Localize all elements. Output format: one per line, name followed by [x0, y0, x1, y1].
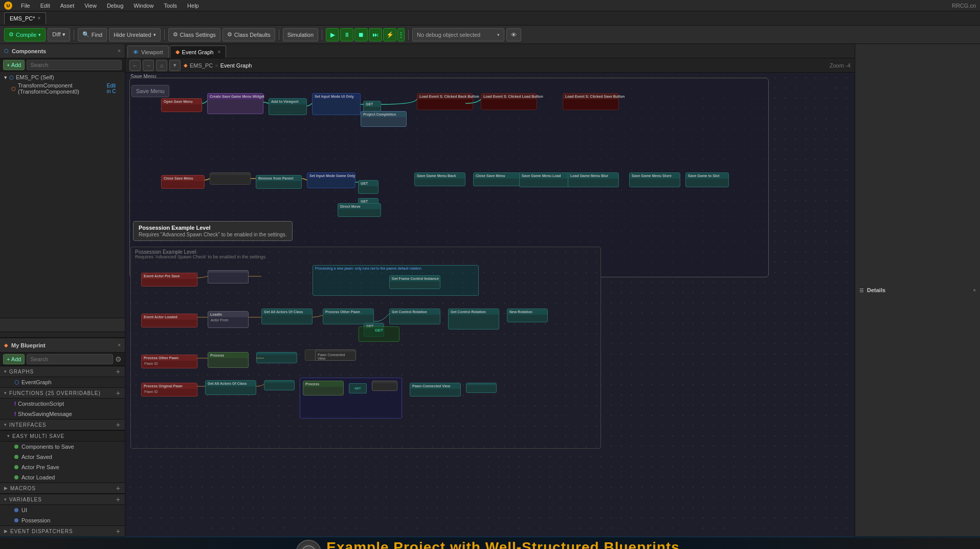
node-project-completion[interactable]: Project Completion: [361, 111, 407, 127]
sidebar-item-actor-pre-save[interactable]: Actor Pre Save: [0, 462, 125, 472]
menu-window[interactable]: Window: [132, 3, 155, 9]
node-process-middle[interactable]: Process: [208, 352, 249, 368]
find-button[interactable]: 🔍 Find: [78, 28, 107, 41]
node-process-other-pawn-event[interactable]: Process Other Pawn Pawn ID: [141, 355, 197, 368]
extra-play-btn[interactable]: ⚡: [383, 28, 396, 41]
node-get-control-rotation-2[interactable]: Get Control Rotation: [448, 309, 499, 330]
blueprint-search-input[interactable]: [27, 354, 113, 364]
node-get-ref-2[interactable]: Pawn Connected View: [410, 383, 461, 397]
functions-add-icon[interactable]: +: [116, 389, 121, 397]
tab-event-graph[interactable]: ◆ Event Graph ×: [170, 46, 227, 58]
class-settings-button[interactable]: ⚙ Class Settings: [168, 28, 220, 41]
node-pawn-id-connector[interactable]: Pawn Connected View: [315, 349, 356, 361]
debug-eye-button[interactable]: 👁: [506, 28, 521, 41]
node-remove-from-parent[interactable]: Remove from Parent: [256, 175, 302, 189]
node-load-event-save[interactable]: Load Event S: Clicked Save Button: [563, 93, 619, 110]
menu-file[interactable]: File: [19, 3, 32, 9]
node-load-node[interactable]: LoadIn Actor From: [208, 311, 249, 328]
pause-button[interactable]: ⏸: [340, 28, 353, 41]
node-arr-connector-2[interactable]: [264, 380, 295, 390]
sidebar-item-possession[interactable]: Possession: [0, 515, 125, 525]
sidebar-item-ui[interactable]: UI: [0, 505, 125, 515]
node-save-game-menu-store[interactable]: Save Game Menu Store: [629, 172, 680, 187]
functions-section-header[interactable]: ▾ FUNCTIONS (25 OVERRIDABLE) +: [0, 387, 125, 399]
node-set-all-actors-2[interactable]: Get All Actors Of Class: [205, 380, 256, 395]
node-get-control-rotation[interactable]: Get Control Rotation: [389, 309, 440, 324]
node-new-rotation[interactable]: New Rotation: [507, 309, 548, 322]
node-original-connected[interactable]: [372, 381, 397, 391]
main-tab-close[interactable]: ×: [38, 15, 41, 21]
node-add-to-viewport[interactable]: Add to Viewport: [269, 98, 307, 115]
node-event-actor-pre-save[interactable]: Event Actor Pre Save: [141, 273, 197, 287]
sidebar-item-event-graph[interactable]: ⬡ EventGraph: [0, 377, 125, 387]
interfaces-add-icon[interactable]: +: [116, 421, 121, 429]
hide-unrelated-button[interactable]: Hide Unrelated ▾: [109, 28, 160, 41]
nav-forward-button[interactable]: →: [143, 60, 154, 71]
variables-section-header[interactable]: ▾ VARIABLES +: [0, 494, 125, 505]
macros-section-header[interactable]: ▶ MACROS +: [0, 482, 125, 494]
node-get-2[interactable]: GET: [358, 180, 378, 194]
play-button[interactable]: ▶: [326, 28, 339, 41]
my-blueprint-close[interactable]: ×: [118, 342, 121, 348]
dispatchers-add-icon[interactable]: +: [116, 527, 121, 535]
node-process-other-pawn-1[interactable]: Process Other Pawn: [323, 309, 374, 324]
simulation-button[interactable]: Simulation: [283, 28, 318, 41]
node-create-widget[interactable]: Create Save Game Menu Widget: [207, 93, 263, 114]
node-process-connector[interactable]: [256, 352, 297, 363]
node-load-event-load[interactable]: Load Event S: Clicked Load Button: [481, 93, 537, 110]
sidebar-item-construction-script[interactable]: f ConstructionScript: [0, 399, 125, 409]
event-graph-tab-close[interactable]: ×: [217, 49, 220, 55]
variables-add-icon[interactable]: +: [116, 495, 121, 503]
node-save-game-menu-load[interactable]: Save Game Menu Load: [519, 172, 570, 187]
node-get-ref-1[interactable]: Get Frame Control Instance: [389, 275, 440, 289]
menu-debug[interactable]: Debug: [105, 3, 125, 9]
skip-button[interactable]: ⏭: [369, 28, 382, 41]
node-final-connector[interactable]: [466, 383, 497, 393]
tree-item-transform[interactable]: ⬡ TransformComponent (TransformComponent…: [0, 83, 125, 94]
sidebar-item-show-saving-message[interactable]: f ShowSavingMessage: [0, 409, 125, 419]
macros-add-icon[interactable]: +: [116, 484, 121, 492]
blueprint-add-button[interactable]: + Add: [3, 354, 25, 364]
sidebar-item-actor-saved[interactable]: Actor Saved: [0, 452, 125, 462]
main-tab[interactable]: EMS_PC* ×: [4, 12, 46, 25]
components-search-input[interactable]: [27, 60, 122, 70]
breadcrumb-part-1[interactable]: EMS_PC: [190, 62, 213, 69]
diff-button[interactable]: Diff ▾: [48, 28, 70, 41]
stop-button[interactable]: ⏹: [354, 28, 368, 41]
node-close-save-menu-2[interactable]: Close Save Menu: [161, 175, 205, 189]
event-dispatchers-section-header[interactable]: ▶ EVENT DISPATCHERS +: [0, 525, 125, 537]
compile-button[interactable]: ⚙ Compile ▾: [4, 28, 46, 41]
node-event-actor-loaded[interactable]: Event Actor Loaded: [141, 314, 197, 327]
node-process-view-pawn-1[interactable]: [208, 270, 249, 283]
menu-asset[interactable]: Asset: [59, 3, 76, 9]
node-set-input-mode-2[interactable]: Set Input Mode Game Only: [307, 172, 355, 188]
node-save-game-to-slot[interactable]: Save Game to Slot: [685, 172, 729, 187]
node-process-inner[interactable]: Process: [303, 381, 344, 396]
menu-help[interactable]: Help: [186, 3, 201, 9]
menu-edit[interactable]: Edit: [39, 3, 52, 9]
node-middle-2[interactable]: [210, 172, 251, 185]
node-process-original-pawn[interactable]: Process Original Pawn Pawn ID: [141, 383, 197, 397]
node-direct-move[interactable]: Direct Move: [338, 203, 381, 217]
graph-canvas[interactable]: Save Menu Save Menu Open Save Menu Creat…: [125, 73, 855, 537]
node-load-game-menu-blur[interactable]: Load Game Menu Blur: [568, 172, 619, 187]
tab-viewport[interactable]: 👁 Viewport: [127, 46, 169, 58]
settings-gear-icon[interactable]: ⚙: [115, 355, 122, 363]
node-save-game-menu-back[interactable]: Save Game Menu Back: [414, 172, 465, 186]
sidebar-item-actor-loaded[interactable]: Actor Loaded: [0, 472, 125, 482]
debug-object-select[interactable]: No debug object selected ▾: [412, 28, 504, 41]
components-add-button[interactable]: + Add: [3, 60, 25, 70]
menu-tools[interactable]: Tools: [162, 3, 179, 9]
tree-item-ems-pc[interactable]: ▾ ⬡ EMS_PC (Self): [0, 72, 125, 83]
node-open-save-menu[interactable]: Open Save Menu: [161, 98, 202, 112]
nav-back-button[interactable]: ←: [129, 60, 141, 71]
menu-view[interactable]: View: [83, 3, 98, 9]
graphs-section-header[interactable]: ▾ GRAPHS +: [0, 366, 125, 377]
node-set-input-mode[interactable]: Set Input Mode UI Only: [312, 93, 361, 115]
sidebar-item-components-to-save[interactable]: Components to Save: [0, 442, 125, 452]
node-load-event-back[interactable]: Load Event S: Clicked Back Button: [417, 93, 473, 110]
class-defaults-button[interactable]: ⚙ Class Defaults: [222, 28, 275, 41]
details-panel-close[interactable]: ×: [973, 288, 976, 293]
graphs-add-icon[interactable]: +: [116, 367, 121, 376]
node-set-all-actors-1[interactable]: Get All Actors Of Class: [261, 309, 313, 324]
